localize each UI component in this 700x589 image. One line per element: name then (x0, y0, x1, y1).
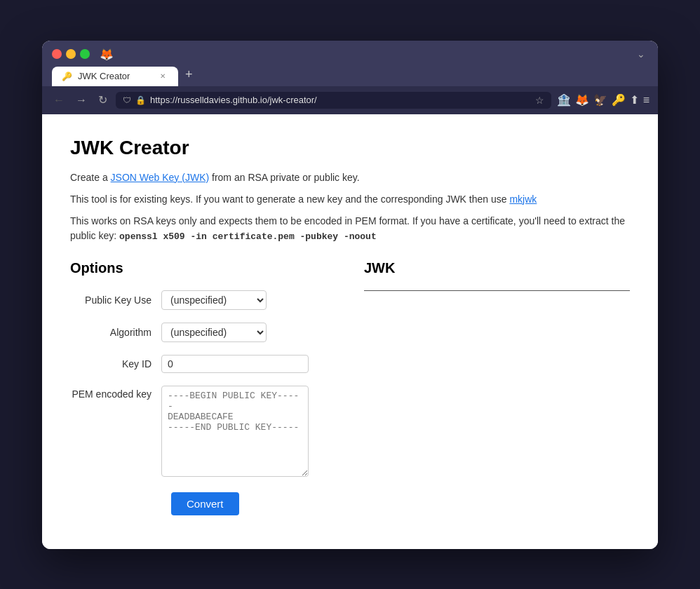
pem-textarea[interactable] (161, 386, 309, 477)
lock-icon: 🔒 (135, 95, 146, 105)
algorithm-control: (unspecified) RS256 RS384 RS512 (161, 323, 336, 342)
jwk-link[interactable]: JSON Web Key (JWK) (111, 172, 210, 183)
convert-button-row: Convert (70, 492, 336, 515)
new-tab-button[interactable]: + (180, 67, 198, 86)
window-controls: ⌄ (637, 48, 648, 60)
convert-button[interactable]: Convert (171, 492, 239, 515)
bookmark-icon[interactable]: ☆ (535, 95, 544, 106)
two-column-layout: Options Public Key Use (unspecified) Sig… (70, 260, 630, 515)
browser-tab-active[interactable]: 🔑 JWK Creator ✕ (52, 67, 178, 86)
extension-icon1[interactable]: 🦊 (575, 93, 589, 107)
extension-icon3[interactable]: 🔑 (612, 93, 626, 107)
public-key-use-label: Public Key Use (70, 294, 161, 306)
pem-control (161, 386, 336, 480)
browser-nav-bar: ← → ↻ 🛡 🔒 https://russelldavies.github.i… (42, 86, 658, 114)
reload-button[interactable]: ↻ (95, 92, 110, 108)
options-section: Options Public Key Use (unspecified) Sig… (70, 260, 336, 515)
tab-close-button[interactable]: ✕ (157, 71, 168, 82)
key-id-input[interactable] (161, 355, 309, 373)
share-icon[interactable]: ⬆ (630, 93, 639, 107)
public-key-use-row: Public Key Use (unspecified) Signature E… (70, 290, 336, 310)
page-content: JWK Creator Create a JSON Web Key (JWK) … (42, 114, 658, 549)
back-button[interactable]: ← (51, 93, 67, 108)
intro-paragraph-3: This works on RSA keys only and expects … (70, 214, 630, 244)
url-text: https://russelldavies.github.io/jwk-crea… (150, 95, 531, 105)
forward-button[interactable]: → (73, 93, 90, 108)
page-title: JWK Creator (70, 137, 630, 159)
tab-favicon: 🔑 (62, 72, 72, 81)
key-id-row: Key ID (70, 355, 336, 373)
traffic-light-green[interactable] (80, 49, 90, 59)
traffic-lights (52, 49, 90, 59)
intro-paragraph-1: Create a JSON Web Key (JWK) from an RSA … (70, 170, 630, 185)
traffic-light-yellow[interactable] (66, 49, 76, 59)
jwk-section: JWK (364, 260, 630, 515)
browser-top-row: 🦊 ⌄ (52, 48, 648, 61)
browser-toolbar-icons: 🏦 🦊 🦅 🔑 ⬆ ≡ (557, 93, 649, 107)
algorithm-row: Algorithm (unspecified) RS256 RS384 RS51… (70, 323, 336, 342)
pem-label: PEM encoded key (70, 386, 161, 400)
key-id-label: Key ID (70, 358, 161, 370)
security-icon: 🛡 (123, 95, 131, 105)
browser-tabs: 🔑 JWK Creator ✕ + (52, 67, 648, 86)
intro-paragraph-2: This tool is for existing keys. If you w… (70, 192, 630, 207)
menu-icon[interactable]: ≡ (643, 94, 649, 107)
pocket-icon[interactable]: 🏦 (557, 93, 571, 107)
algorithm-label: Algorithm (70, 327, 161, 338)
mkjwk-link[interactable]: mkjwk (509, 194, 537, 205)
extension-icon2[interactable]: 🦅 (593, 93, 607, 107)
browser-titlebar: 🦊 ⌄ 🔑 JWK Creator ✕ + (42, 41, 658, 86)
address-bar[interactable]: 🛡 🔒 https://russelldavies.github.io/jwk-… (116, 92, 551, 109)
options-title: Options (70, 260, 336, 276)
jwk-title: JWK (364, 260, 630, 276)
intro-line1-suffix: from an RSA private or public key. (209, 172, 360, 183)
browser-window: 🦊 ⌄ 🔑 JWK Creator ✕ + ← → ↻ 🛡 🔒 https://… (42, 41, 658, 549)
tab-title: JWK Creator (78, 71, 130, 81)
intro-line2-prefix: This tool is for existing keys. If you w… (70, 194, 509, 205)
key-id-control (161, 355, 336, 373)
intro-line1-prefix: Create a (70, 172, 111, 183)
firefox-icon: 🦊 (100, 48, 114, 61)
traffic-light-red[interactable] (52, 49, 62, 59)
public-key-use-control: (unspecified) Signature Encryption (161, 290, 336, 310)
pem-row: PEM encoded key (70, 386, 336, 480)
openssl-command: openssl x509 -in certificate.pem -pubkey… (119, 231, 377, 242)
jwk-divider (364, 290, 630, 291)
public-key-use-select[interactable]: (unspecified) Signature Encryption (161, 290, 267, 310)
algorithm-select[interactable]: (unspecified) RS256 RS384 RS512 (161, 323, 267, 342)
